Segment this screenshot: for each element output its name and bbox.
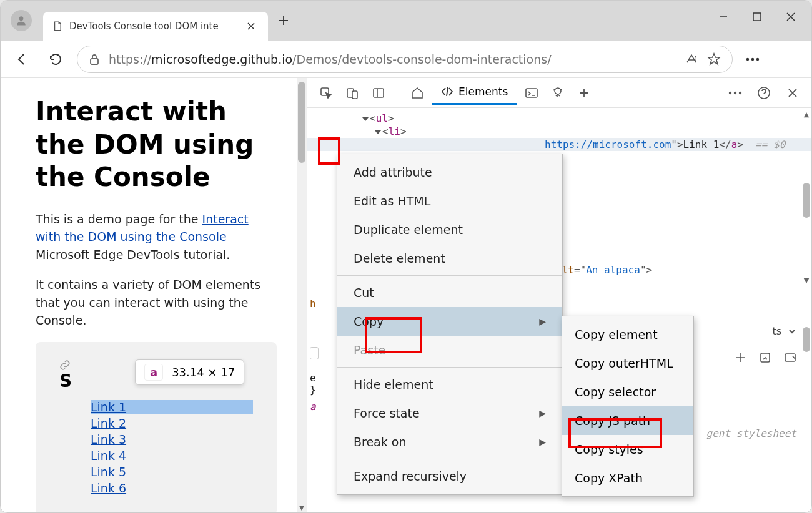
- submenu-copy-js-path[interactable]: Copy JS path: [562, 406, 693, 435]
- link-anchor-icon: [59, 359, 71, 371]
- submenu-arrow-icon: ▶: [539, 408, 546, 418]
- address-bar[interactable]: https://microsoftedge.github.io/Demos/de…: [77, 46, 733, 73]
- scrollbar-thumb[interactable]: [298, 82, 305, 163]
- menu-delete-element[interactable]: Delete element: [337, 244, 562, 273]
- scrollbar-thumb[interactable]: [803, 327, 810, 352]
- menu-separator: [337, 459, 562, 459]
- menu-separator: [337, 367, 562, 368]
- read-aloud-icon[interactable]: [685, 52, 698, 66]
- favorite-icon[interactable]: [707, 52, 721, 66]
- menu-expand-recursively[interactable]: Expand recursively: [337, 462, 562, 491]
- devtools-settings-icon[interactable]: [724, 82, 746, 104]
- menu-cut[interactable]: Cut: [337, 278, 562, 307]
- welcome-tab-icon[interactable]: [406, 82, 428, 104]
- menu-duplicate-element[interactable]: Duplicate element: [337, 215, 562, 244]
- menu-copy[interactable]: Copy▶: [337, 307, 562, 336]
- svg-rect-8: [352, 91, 357, 99]
- styles-selector: a: [310, 401, 319, 413]
- tooltip-tagname: a: [144, 364, 163, 381]
- browser-toolbar: https://microsoftedge.github.io/Demos/de…: [1, 41, 811, 78]
- submenu-arrow-icon: ▶: [539, 316, 546, 326]
- tooltip-dimensions: 33.14 × 17: [172, 366, 235, 379]
- browser-tab[interactable]: DevTools Console tool DOM inte: [43, 12, 268, 41]
- scroll-down-icon[interactable]: ▼: [801, 275, 811, 285]
- close-window-button[interactable]: [774, 4, 808, 29]
- links-list: Link 1 Link 2 Link 3 Link 4 Link 5 Link …: [91, 400, 253, 495]
- svg-point-4: [751, 57, 754, 60]
- menu-force-state[interactable]: Force state▶: [337, 399, 562, 428]
- dom-node[interactable]: <li>: [307, 125, 811, 138]
- console-tab-icon[interactable]: [520, 82, 543, 104]
- svg-point-13: [734, 91, 736, 94]
- devtools-toolbar: Elements: [307, 78, 811, 108]
- minimize-button[interactable]: [706, 4, 740, 29]
- svg-point-0: [19, 16, 24, 21]
- device-toggle-icon[interactable]: [341, 82, 364, 104]
- svg-point-11: [555, 88, 561, 94]
- section-heading: S: [59, 371, 72, 391]
- menu-edit-as-html[interactable]: Edit as HTML: [337, 187, 562, 215]
- copy-submenu: Copy element Copy outerHTML Copy selecto…: [562, 316, 694, 497]
- list-link[interactable]: Link 4: [91, 449, 253, 462]
- tab-elements[interactable]: Elements: [432, 81, 517, 105]
- sources-tab-icon[interactable]: [547, 82, 569, 104]
- submenu-copy-xpath[interactable]: Copy XPath: [562, 464, 693, 492]
- elements-icon: [441, 86, 453, 98]
- styles-scrollbar[interactable]: ▲: [801, 325, 811, 513]
- styles-text: }: [310, 384, 319, 396]
- dom-node-selected[interactable]: https://microsoft.com">Link 1</a> == $0: [307, 138, 811, 151]
- filter-icon[interactable]: [784, 351, 796, 364]
- inspect-tool-icon[interactable]: [315, 82, 337, 104]
- dom-node[interactable]: <ul>: [307, 112, 811, 125]
- list-link[interactable]: Link 2: [91, 416, 253, 430]
- svg-rect-2: [91, 59, 98, 64]
- submenu-copy-element[interactable]: Copy element: [562, 320, 693, 349]
- intro-paragraph: This is a demo page for the Interact wit…: [36, 210, 277, 264]
- list-link[interactable]: Link 1: [91, 400, 253, 414]
- submenu-copy-styles[interactable]: Copy styles: [562, 435, 693, 464]
- titlebar: DevTools Console tool DOM inte: [1, 1, 811, 41]
- menu-separator: [337, 275, 562, 276]
- url-text: https://microsoftedge.github.io/Demos/de…: [109, 52, 676, 66]
- description-paragraph: It contains a variety of DOM elements th…: [36, 276, 277, 330]
- user-agent-stylesheet-label: gent stylesheet: [706, 428, 797, 439]
- menu-hide-element[interactable]: Hide element: [337, 370, 562, 399]
- back-button[interactable]: [9, 47, 34, 72]
- submenu-arrow-icon: ▶: [539, 437, 546, 447]
- page-scrollbar[interactable]: ▼: [297, 78, 307, 512]
- devtools-help-icon[interactable]: [753, 82, 775, 104]
- scroll-up-icon[interactable]: ▲: [801, 109, 811, 119]
- lock-icon: [89, 54, 100, 65]
- profile-avatar[interactable]: [11, 10, 32, 31]
- chevron-down-icon[interactable]: [788, 327, 796, 336]
- new-tab-button[interactable]: [273, 10, 294, 31]
- refresh-button[interactable]: [43, 47, 68, 72]
- maximize-button[interactable]: [740, 4, 774, 29]
- new-style-icon[interactable]: [734, 351, 746, 364]
- list-link[interactable]: Link 5: [91, 465, 253, 479]
- svg-point-3: [746, 57, 749, 60]
- styles-crumb: h: [310, 298, 319, 310]
- scroll-down-icon[interactable]: ▼: [297, 502, 307, 512]
- styles-tabs-partial[interactable]: ts: [772, 325, 796, 337]
- settings-menu-button[interactable]: [741, 48, 764, 71]
- more-tabs-button[interactable]: [573, 82, 595, 104]
- page-content: Interact with the DOM using the Console …: [1, 78, 307, 512]
- list-link[interactable]: Link 3: [91, 432, 253, 446]
- submenu-copy-outerhtml[interactable]: Copy outerHTML: [562, 349, 693, 378]
- menu-add-attribute[interactable]: Add attribute: [337, 158, 562, 187]
- dock-side-icon[interactable]: [367, 82, 390, 104]
- tab-close-button[interactable]: [243, 18, 259, 34]
- inspect-tooltip: a 33.14 × 17: [135, 359, 244, 385]
- svg-rect-10: [526, 89, 537, 97]
- menu-break-on[interactable]: Break on▶: [337, 428, 562, 456]
- list-link[interactable]: Link 6: [91, 481, 253, 495]
- scrollbar-thumb[interactable]: [803, 183, 810, 218]
- devtools-close-icon[interactable]: [781, 82, 804, 104]
- page-heading: Interact with the DOM using the Console: [36, 95, 277, 194]
- svg-point-12: [729, 91, 731, 94]
- tab-title: DevTools Console tool DOM inte: [69, 21, 237, 32]
- submenu-copy-selector[interactable]: Copy selector: [562, 378, 693, 406]
- svg-rect-1: [753, 13, 761, 21]
- hover-icon[interactable]: [759, 351, 771, 364]
